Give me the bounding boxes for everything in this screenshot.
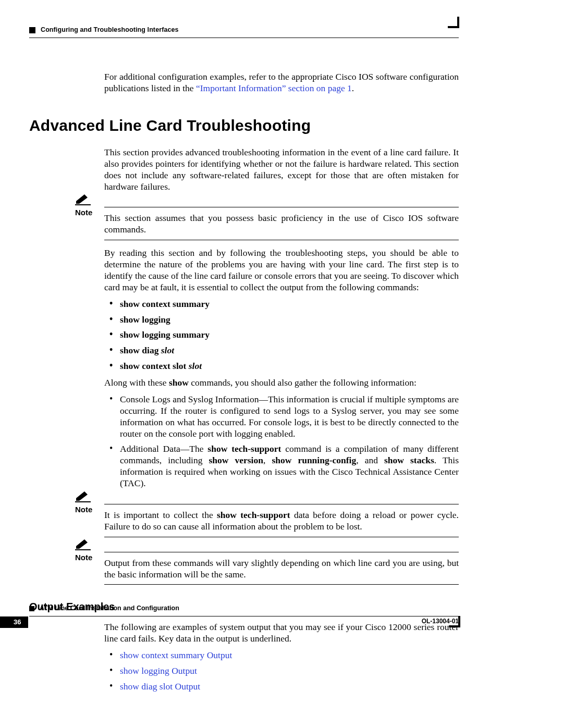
list-item: show context summary Output — [104, 650, 459, 661]
list-item: Additional Data—The show tech-support co… — [104, 443, 459, 489]
running-header: Configuring and Troubleshooting Interfac… — [29, 26, 459, 34]
header-chapter-title: Configuring and Troubleshooting Interfac… — [41, 26, 179, 34]
info-list: Console Logs and Syslog Information—This… — [104, 394, 459, 489]
note-text: Output from these commands will vary sli… — [104, 558, 459, 581]
intro-text-post: . — [352, 83, 354, 93]
list-item: show diag slot — [104, 345, 459, 356]
command-text: show logging summary — [120, 329, 210, 340]
note-block: Note Output from these commands will var… — [104, 552, 459, 585]
note-text: It is important to collect the show tech… — [104, 510, 459, 533]
footer-doc-id: OL-13004-01 — [422, 618, 459, 625]
footer-doc-title: ATM Line Card Installation and Configura… — [40, 604, 179, 613]
section-heading: Advanced Line Card Troubleshooting — [29, 116, 459, 135]
note-label: Note — [75, 553, 92, 563]
list-item: show context slot slot — [104, 361, 459, 372]
bold-term: show tech-support — [207, 443, 281, 454]
command-text: show diag — [120, 345, 158, 355]
bold-term: show stacks — [384, 455, 434, 465]
bold-term: show running-config — [272, 455, 356, 465]
header-marker-icon — [29, 27, 35, 33]
command-arg: slot — [161, 345, 174, 355]
command-text: show context summary — [120, 299, 210, 309]
pencil-icon — [75, 538, 90, 550]
body-paragraph: By reading this section and by following… — [104, 248, 459, 293]
text-fragment: Along with these — [104, 377, 169, 388]
output-example-link[interactable]: show context summary Output — [120, 650, 232, 660]
output-links-list: show context summary Output show logging… — [104, 650, 459, 693]
list-item: show logging — [104, 314, 459, 326]
text-fragment: commands, you should also gather the fol… — [189, 377, 417, 388]
bold-term: show version — [209, 455, 263, 465]
text-fragment: Additional Data—The — [120, 443, 207, 454]
section-intro-paragraph: This section provides advanced troublesh… — [104, 147, 459, 193]
intro-paragraph: For additional configuration examples, r… — [104, 71, 459, 94]
note-label: Note — [75, 505, 92, 515]
important-info-link[interactable]: “Important Information” section on page … — [196, 83, 352, 93]
command-list: show context summary show logging show l… — [104, 299, 459, 372]
list-item: show context summary — [104, 299, 459, 310]
command-arg: slot — [189, 361, 202, 371]
list-item: show logging summary — [104, 329, 459, 341]
output-example-link[interactable]: show diag slot Output — [120, 681, 200, 692]
command-text: show context slot — [120, 361, 186, 371]
text-fragment: , — [263, 455, 272, 465]
page-footer: ATM Line Card Installation and Configura… — [29, 604, 459, 627]
output-example-link[interactable]: show logging Output — [120, 665, 197, 676]
note-block: Note It is important to collect the show… — [104, 504, 459, 537]
pencil-icon — [75, 490, 90, 502]
pencil-icon — [75, 193, 90, 205]
page-number: 36 — [0, 616, 28, 628]
bold-term: show tech-support — [217, 510, 290, 520]
text-fragment: It is important to collect the — [104, 510, 217, 520]
footer-marker-icon — [29, 606, 34, 611]
list-item: show diag slot Output — [104, 681, 459, 693]
body-paragraph: Along with these show commands, you shou… — [104, 377, 459, 389]
note-block: Note This section assumes that you posse… — [104, 207, 459, 240]
text-fragment: , and — [356, 455, 384, 465]
note-label: Note — [75, 208, 92, 218]
bold-term: show — [169, 377, 189, 388]
list-item: show logging Output — [104, 665, 459, 677]
list-item: Console Logs and Syslog Information—This… — [104, 394, 459, 440]
command-text: show logging — [120, 314, 170, 325]
note-text: This section assumes that you possess ba… — [104, 213, 459, 236]
